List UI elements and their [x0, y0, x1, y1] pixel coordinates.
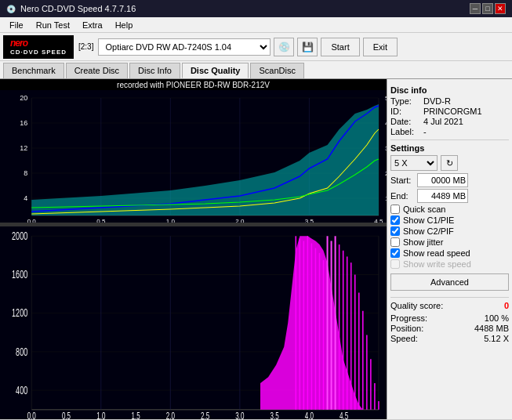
quick-scan-checkbox[interactable]	[390, 205, 400, 214]
title-bar: 💿 Nero CD-DVD Speed 4.7.7.16 ─ □ ✕	[0, 0, 512, 17]
tab-disc-info[interactable]: Disc Info	[129, 63, 180, 78]
tab-benchmark[interactable]: Benchmark	[3, 63, 64, 78]
show-c2pif-label: Show C2/PIF	[403, 226, 454, 236]
progress-row: Progress: 100 %	[390, 313, 509, 323]
show-jitter-row: Show jitter	[390, 237, 509, 247]
position-label: Position:	[390, 324, 423, 333]
start-button[interactable]: Start	[321, 38, 359, 56]
quick-scan-row: Quick scan	[390, 205, 509, 214]
tab-scan-disc[interactable]: ScanDisc	[250, 63, 303, 78]
quick-scan-label: Quick scan	[403, 205, 445, 214]
drive-select[interactable]: Optiarc DVD RW AD-7240S 1.04	[98, 38, 271, 56]
disc-id-value: PRINCORGM1	[423, 107, 482, 116]
svg-text:0.0: 0.0	[27, 411, 36, 419]
svg-text:12: 12	[20, 144, 27, 152]
tab-create-disc[interactable]: Create Disc	[66, 63, 128, 78]
toolbar: nero CD·DVD SPEED [2:3] Optiarc DVD RW A…	[0, 33, 512, 61]
app-icon: 💿	[6, 5, 16, 13]
window-controls[interactable]: ─ □ ✕	[470, 3, 506, 14]
minimize-button[interactable]: ─	[470, 3, 481, 14]
main-content: recorded with PIONEER BD-RW BDR-212V	[0, 79, 512, 419]
title-bar-text: Nero CD-DVD Speed 4.7.7.16	[20, 4, 136, 13]
quality-score-value: 0	[504, 301, 509, 310]
show-read-speed-checkbox[interactable]	[390, 248, 400, 258]
tab-disc-quality[interactable]: Disc Quality	[182, 63, 249, 78]
speed-label: Speed:	[390, 334, 418, 343]
svg-text:4000: 4000	[385, 120, 387, 127]
show-write-speed-label: Show write speed	[403, 259, 471, 269]
bottom-chart: 2000 1600 1200 800 400 0.0 0.5 1.0 1.5 2…	[0, 226, 387, 419]
start-input[interactable]	[417, 173, 468, 187]
speed-row: 5 X Max 4 X 2 X 1 X ↻	[390, 155, 509, 171]
top-chart-svg: 20 16 12 8 4 5000 4000 3000 2000 1000 0.…	[0, 90, 387, 223]
refresh-button[interactable]: ↻	[441, 155, 458, 171]
disc-type-label: Type:	[390, 96, 420, 106]
menu-extra[interactable]: Extra	[76, 19, 109, 31]
svg-text:4.5: 4.5	[340, 411, 348, 419]
speed-row-progress: Speed: 5.12 X	[390, 334, 509, 343]
disc-info-title: Disc info	[390, 85, 509, 95]
maximize-button[interactable]: □	[482, 3, 493, 14]
disc-type-value: DVD-R	[423, 96, 451, 106]
disc-icon-button[interactable]: 💿	[274, 38, 294, 56]
progress-value: 100 %	[485, 313, 509, 323]
speed-select[interactable]: 5 X Max 4 X 2 X 1 X	[390, 155, 438, 171]
progress-label: Progress:	[390, 313, 427, 323]
svg-text:8: 8	[24, 169, 27, 177]
svg-text:400: 400	[16, 384, 27, 396]
disc-id-label: ID:	[390, 107, 420, 116]
disc-date-row: Date: 4 Jul 2021	[390, 117, 509, 126]
svg-text:1600: 1600	[12, 268, 28, 280]
menu-run-test[interactable]: Run Test	[30, 19, 76, 31]
position-value: 4488 MB	[474, 324, 509, 333]
show-c2pif-row: Show C2/PIF	[390, 226, 509, 236]
disc-label-row: Label: -	[390, 127, 509, 136]
svg-text:1200: 1200	[12, 306, 28, 318]
show-jitter-checkbox[interactable]	[390, 237, 400, 247]
svg-text:3.0: 3.0	[235, 411, 244, 419]
show-c1pie-checkbox[interactable]	[390, 215, 400, 225]
disc-date-value: 4 Jul 2021	[423, 117, 463, 126]
exit-button[interactable]: Exit	[363, 38, 398, 56]
show-write-speed-checkbox	[390, 259, 400, 269]
menu-help[interactable]: Help	[109, 19, 140, 31]
charts-area: recorded with PIONEER BD-RW BDR-212V	[0, 79, 387, 419]
svg-text:1000: 1000	[385, 195, 387, 202]
chart-title: recorded with PIONEER BD-RW BDR-212V	[0, 79, 387, 91]
svg-text:4.0: 4.0	[305, 411, 314, 419]
end-field-row: End:	[390, 189, 509, 203]
close-button[interactable]: ✕	[495, 3, 506, 14]
right-panel: Disc info Type: DVD-R ID: PRINCORGM1 Dat…	[387, 79, 512, 419]
svg-text:20: 20	[20, 94, 27, 102]
menu-bar: File Run Test Extra Help	[0, 17, 512, 33]
tab-bar: Benchmark Create Disc Disc Info Disc Qua…	[0, 61, 512, 79]
disc-label-value: -	[423, 127, 427, 136]
bottom-chart-svg: 2000 1600 1200 800 400 0.0 0.5 1.0 1.5 2…	[0, 226, 387, 419]
svg-text:1.5: 1.5	[131, 411, 140, 419]
show-c2pif-checkbox[interactable]	[390, 226, 400, 236]
svg-text:0.5: 0.5	[62, 411, 71, 419]
show-read-speed-row: Show read speed	[390, 248, 509, 258]
end-label: End:	[390, 191, 414, 201]
svg-text:5000: 5000	[385, 95, 387, 102]
menu-file[interactable]: File	[3, 19, 30, 31]
advanced-button[interactable]: Advanced	[390, 273, 509, 291]
speed-value: 5.12 X	[484, 334, 509, 343]
show-write-speed-row: Show write speed	[390, 259, 509, 269]
settings-title: Settings	[390, 143, 509, 153]
show-c1pie-label: Show C1/PIE	[403, 215, 454, 225]
show-jitter-label: Show jitter	[403, 237, 443, 247]
svg-text:2.5: 2.5	[201, 411, 209, 419]
quality-score-label: Quality score:	[390, 301, 443, 310]
quality-score-row: Quality score: 0	[390, 301, 509, 310]
drive-label: [2:3]	[77, 42, 95, 51]
progress-section: Progress: 100 % Position: 4488 MB Speed:…	[390, 313, 509, 343]
disc-label-label: Label:	[390, 127, 420, 136]
show-c1pie-row: Show C1/PIE	[390, 215, 509, 225]
top-chart: 20 16 12 8 4 5000 4000 3000 2000 1000 0.…	[0, 90, 387, 223]
svg-text:1.0: 1.0	[96, 411, 105, 419]
nero-logo: nero CD·DVD SPEED	[3, 35, 74, 59]
end-input[interactable]	[417, 189, 468, 203]
save-button[interactable]: 💾	[297, 38, 318, 56]
svg-text:2000: 2000	[385, 170, 387, 177]
